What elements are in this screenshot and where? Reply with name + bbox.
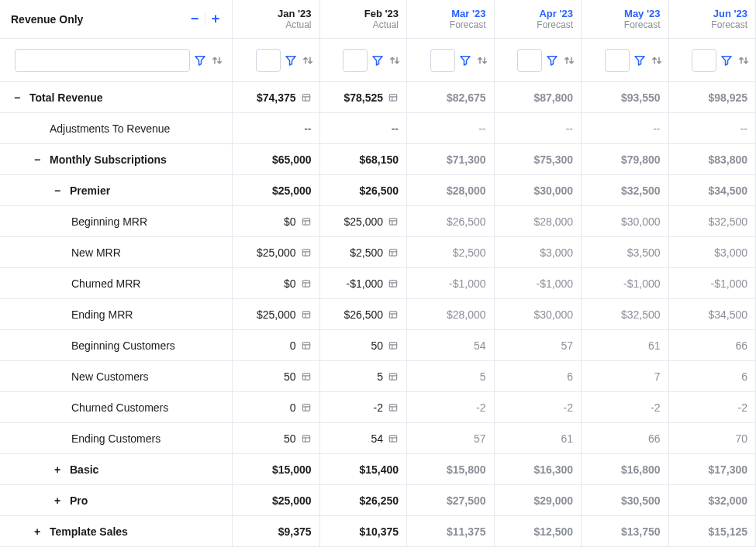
- sort-icon[interactable]: [388, 53, 402, 67]
- value-cell[interactable]: -2: [495, 392, 582, 423]
- value-cell[interactable]: $32,500: [582, 299, 669, 330]
- value-cell[interactable]: 61: [495, 423, 582, 454]
- column-header[interactable]: Feb '23Actual: [320, 0, 408, 39]
- sort-icon[interactable]: [210, 53, 224, 67]
- filter-input[interactable]: [692, 49, 716, 72]
- value-cell[interactable]: 66: [582, 423, 669, 454]
- value-cell[interactable]: -2: [669, 392, 757, 423]
- value-cell[interactable]: --: [233, 113, 320, 144]
- column-header[interactable]: May '23Forecast: [582, 0, 669, 39]
- sort-icon[interactable]: [475, 53, 489, 67]
- value-cell[interactable]: -$1,000: [582, 268, 669, 299]
- value-cell[interactable]: $11,375: [407, 516, 495, 547]
- value-cell[interactable]: $17,300: [669, 454, 757, 485]
- value-cell[interactable]: $3,000: [669, 237, 757, 268]
- value-cell[interactable]: --: [320, 113, 408, 144]
- value-cell[interactable]: $83,800: [669, 144, 757, 175]
- column-header[interactable]: Jun '23Forecast: [669, 0, 757, 39]
- value-cell[interactable]: $30,000: [582, 206, 669, 237]
- value-cell[interactable]: 50: [320, 330, 408, 361]
- filter-input[interactable]: [430, 49, 455, 72]
- expand-button[interactable]: +: [31, 525, 43, 538]
- value-cell[interactable]: $93,550: [582, 82, 669, 113]
- value-cell[interactable]: $79,800: [582, 144, 669, 175]
- value-cell[interactable]: $3,000: [495, 237, 582, 268]
- value-cell[interactable]: $13,750: [582, 516, 669, 547]
- value-cell[interactable]: $25,000: [233, 485, 320, 516]
- value-cell[interactable]: $10,375: [320, 516, 408, 547]
- value-cell[interactable]: 57: [495, 330, 582, 361]
- value-cell[interactable]: $32,500: [669, 206, 757, 237]
- value-cell[interactable]: $32,000: [669, 485, 757, 516]
- value-cell[interactable]: $25,000: [233, 175, 320, 206]
- value-cell[interactable]: $26,500: [320, 175, 408, 206]
- value-cell[interactable]: $15,000: [233, 454, 320, 485]
- filter-icon[interactable]: [545, 53, 559, 67]
- value-cell[interactable]: $30,000: [495, 175, 582, 206]
- value-cell[interactable]: 5: [407, 361, 495, 392]
- value-cell[interactable]: 57: [407, 423, 495, 454]
- value-cell[interactable]: -$1,000: [495, 268, 582, 299]
- value-cell[interactable]: $15,800: [407, 454, 495, 485]
- filter-input[interactable]: [15, 49, 190, 72]
- value-cell[interactable]: -$1,000: [320, 268, 408, 299]
- value-cell[interactable]: $15,125: [669, 516, 757, 547]
- value-cell[interactable]: 7: [582, 361, 669, 392]
- value-cell[interactable]: $0: [233, 268, 320, 299]
- sort-icon[interactable]: [650, 53, 664, 67]
- value-cell[interactable]: $30,500: [582, 485, 669, 516]
- value-cell[interactable]: $9,375: [233, 516, 320, 547]
- value-cell[interactable]: 61: [582, 330, 669, 361]
- value-cell[interactable]: 50: [233, 361, 320, 392]
- column-header[interactable]: Apr '23Forecast: [495, 0, 582, 39]
- value-cell[interactable]: $15,400: [320, 454, 408, 485]
- value-cell[interactable]: $26,500: [320, 299, 408, 330]
- expand-all-button[interactable]: +: [207, 11, 224, 28]
- value-cell[interactable]: $28,000: [407, 299, 495, 330]
- collapse-button[interactable]: −: [51, 184, 64, 197]
- value-cell[interactable]: 70: [669, 423, 757, 454]
- value-cell[interactable]: $27,500: [407, 485, 495, 516]
- value-cell[interactable]: $2,500: [407, 237, 495, 268]
- filter-icon[interactable]: [720, 53, 734, 67]
- value-cell[interactable]: $32,500: [582, 175, 669, 206]
- filter-input[interactable]: [517, 49, 542, 72]
- value-cell[interactable]: --: [669, 113, 757, 144]
- value-cell[interactable]: 54: [407, 330, 495, 361]
- value-cell[interactable]: $28,000: [495, 206, 582, 237]
- value-cell[interactable]: --: [495, 113, 582, 144]
- value-cell[interactable]: $34,500: [669, 175, 757, 206]
- value-cell[interactable]: --: [407, 113, 495, 144]
- value-cell[interactable]: 50: [233, 423, 320, 454]
- value-cell[interactable]: $0: [233, 206, 320, 237]
- value-cell[interactable]: -2: [582, 392, 669, 423]
- value-cell[interactable]: $75,300: [495, 144, 582, 175]
- value-cell[interactable]: $98,925: [669, 82, 757, 113]
- value-cell[interactable]: 0: [233, 330, 320, 361]
- sort-icon[interactable]: [562, 53, 576, 67]
- value-cell[interactable]: $29,000: [495, 485, 582, 516]
- value-cell[interactable]: $68,150: [320, 144, 408, 175]
- value-cell[interactable]: $78,525: [320, 82, 408, 113]
- value-cell[interactable]: 0: [233, 392, 320, 423]
- value-cell[interactable]: 54: [320, 423, 408, 454]
- collapse-all-button[interactable]: −: [186, 11, 203, 28]
- value-cell[interactable]: $30,000: [495, 299, 582, 330]
- value-cell[interactable]: 5: [320, 361, 408, 392]
- filter-input[interactable]: [343, 49, 368, 72]
- sort-icon[interactable]: [737, 53, 751, 67]
- value-cell[interactable]: $74,375: [233, 82, 320, 113]
- filter-icon[interactable]: [371, 53, 385, 67]
- filter-icon[interactable]: [284, 53, 298, 67]
- value-cell[interactable]: 6: [495, 361, 582, 392]
- filter-icon[interactable]: [633, 53, 647, 67]
- value-cell[interactable]: $25,000: [233, 237, 320, 268]
- value-cell[interactable]: -$1,000: [669, 268, 757, 299]
- value-cell[interactable]: $71,300: [407, 144, 495, 175]
- filter-input[interactable]: [256, 49, 281, 72]
- column-header[interactable]: Jan '23Actual: [233, 0, 320, 39]
- expand-button[interactable]: +: [51, 463, 64, 476]
- value-cell[interactable]: 66: [669, 330, 757, 361]
- filter-icon[interactable]: [193, 53, 207, 67]
- value-cell[interactable]: $34,500: [669, 299, 757, 330]
